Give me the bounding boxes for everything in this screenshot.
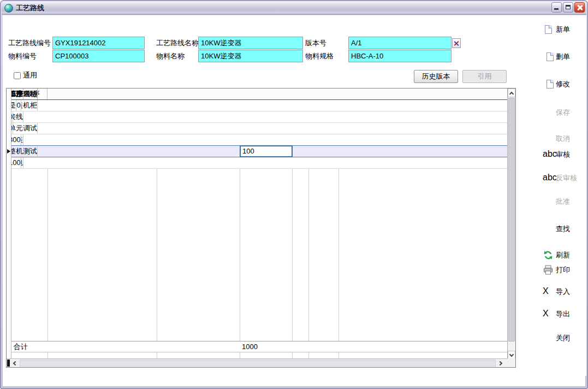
unaudit-button: abc 反审核 [543, 172, 577, 184]
material-code-input[interactable] [52, 50, 145, 62]
general-checkbox-wrap: 通用 [14, 70, 37, 80]
chevron-right-icon [498, 361, 502, 366]
print-button[interactable]: 打印 [543, 264, 570, 276]
close-button[interactable] [574, 2, 585, 13]
process-route-window: 工艺路线 工艺路线编号 工艺路线名称 版本号 物料编号 物料名称 物料规格 [0, 0, 588, 389]
approve-button: 批准 [543, 196, 570, 208]
audit-abc-check-icon: abc [543, 149, 554, 160]
scroll-right-button[interactable] [497, 359, 506, 367]
route-name-input[interactable] [198, 37, 303, 49]
total-label: 合计 [11, 341, 47, 352]
approve-icon [543, 196, 554, 207]
version-input[interactable] [348, 37, 452, 49]
material-spec-input[interactable] [348, 50, 452, 62]
row-indicator-column [7, 89, 11, 358]
minimize-button[interactable] [551, 2, 562, 13]
route-name-label: 工艺路线名称 [156, 37, 199, 49]
cancel-folder-icon [543, 133, 554, 144]
modify-button[interactable]: 修改 [543, 78, 570, 90]
grid-header: 工艺顺序 工序名称 工艺规格 单价 选用 备注 [7, 89, 507, 100]
active-row-pointer-icon [7, 149, 10, 154]
client-area: 工艺路线编号 工艺路线名称 版本号 物料编号 物料名称 物料规格 通用 历史版本… [3, 15, 585, 386]
table-row-selected[interactable]: 5 整机测试 100 [7, 145, 507, 157]
thumb-up-status-icon [3, 15, 585, 28]
table-row[interactable]: 1 安装机柜 500 是 [7, 100, 507, 111]
new-doc-icon [543, 24, 554, 35]
material-code-label: 物料编号 [8, 50, 37, 62]
unaudit-abc-icon: abc [543, 173, 554, 184]
minimize-icon [554, 8, 559, 10]
horizontal-scroll-thumb[interactable] [20, 359, 496, 367]
save-folder-icon [543, 107, 554, 118]
edit-doc-icon [543, 79, 554, 90]
material-spec-label: 物料规格 [305, 50, 334, 62]
scroll-left-button[interactable] [11, 359, 20, 367]
export-button[interactable]: X 导出 [543, 308, 570, 320]
scroll-up-button[interactable] [508, 89, 515, 97]
vertical-scroll-thumb[interactable] [508, 98, 515, 341]
window-title: 工艺路线 [16, 3, 44, 13]
import-button[interactable]: X 导入 [543, 286, 570, 298]
maximize-icon [566, 5, 571, 9]
scrollbar-corner [507, 358, 515, 367]
vertical-scrollbar[interactable] [507, 89, 515, 359]
window-frame: 工艺路线 工艺路线编号 工艺路线名称 版本号 物料编号 物料名称 物料规格 [0, 0, 588, 389]
save-button: 保存 [543, 107, 570, 119]
version-clear-button[interactable] [452, 38, 461, 48]
material-name-input[interactable] [198, 50, 303, 62]
audit-button[interactable]: abc 审核 [543, 149, 570, 161]
chevron-up-icon [509, 92, 514, 96]
history-version-button[interactable]: 历史版本 [414, 70, 458, 83]
route-code-label: 工艺路线编号 [8, 37, 51, 49]
chevron-down-icon [509, 352, 514, 357]
close-door-icon [543, 333, 554, 344]
general-checkbox[interactable] [14, 72, 21, 79]
chevron-left-icon [13, 361, 17, 366]
new-button[interactable]: 新单 [543, 23, 570, 36]
maximize-button[interactable] [563, 2, 573, 13]
version-label: 版本号 [305, 37, 326, 49]
close-form-button[interactable]: 关闭 [543, 332, 570, 344]
reference-button: 引用 [462, 70, 507, 83]
table-row[interactable]: 2 接线 0 [7, 111, 507, 123]
find-button[interactable]: 查找 [543, 223, 570, 235]
cancel-button: 取消 [543, 133, 570, 145]
table-row[interactable]: 3 单元调试 0 [7, 123, 507, 134]
excel-export-icon: X [543, 309, 554, 320]
delete-doc-icon [543, 51, 554, 62]
window-controls [551, 2, 585, 13]
excel-import-icon: X [543, 286, 554, 297]
process-grid: 工艺顺序 工序名称 工艺规格 单价 选用 备注 1 [6, 88, 516, 368]
action-toolbar: 新单 删单 修改 保存 取消 [538, 15, 586, 376]
find-magnifier-icon [543, 223, 554, 234]
total-row: 合计 1000 [7, 341, 507, 352]
price-cell-editor[interactable]: 100 [240, 145, 293, 157]
app-globe-icon [4, 4, 13, 13]
print-icon [543, 264, 554, 275]
splitter-grip[interactable] [7, 359, 10, 367]
material-name-label: 物料名称 [156, 50, 185, 62]
delete-button[interactable]: 删单 [543, 51, 570, 63]
general-checkbox-label: 通用 [23, 70, 37, 80]
title-bar[interactable]: 工艺路线 [2, 2, 586, 15]
table-row[interactable]: 4 组装 300 [7, 134, 507, 146]
refresh-icon [543, 250, 554, 261]
table-row[interactable]: 6 打包 100 [7, 157, 507, 169]
horizontal-scrollbar[interactable] [7, 358, 507, 367]
route-code-input[interactable] [52, 37, 145, 49]
total-price: 1000 [240, 341, 292, 352]
refresh-button[interactable]: 刷新 [543, 249, 570, 261]
